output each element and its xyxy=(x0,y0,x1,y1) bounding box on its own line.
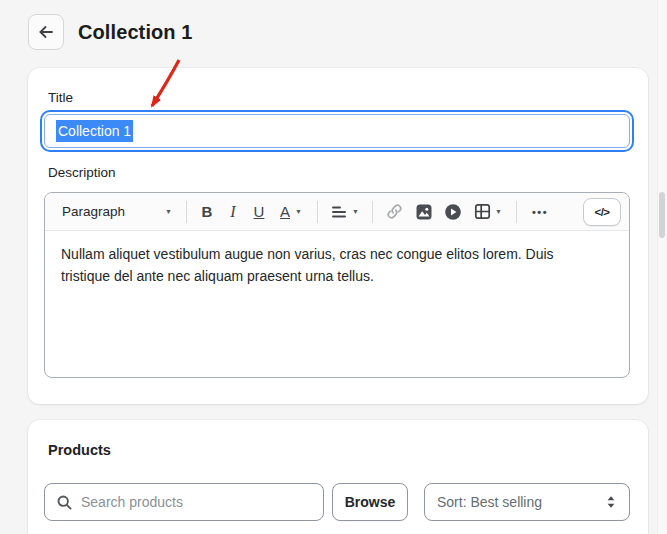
image-icon xyxy=(415,203,433,221)
underline-button[interactable]: U xyxy=(246,198,272,226)
text-color-dropdown[interactable]: A ▼ xyxy=(272,198,310,226)
title-input-selected-text: Collection 1 xyxy=(56,120,133,142)
description-text-area[interactable]: Nullam aliquet vestibulum augue non vari… xyxy=(45,231,605,300)
show-html-button[interactable]: </> xyxy=(583,198,621,226)
title-input-focus-ring: Collection 1 xyxy=(40,110,634,152)
chevron-down-icon: ▼ xyxy=(352,208,359,215)
chevron-down-icon: ▼ xyxy=(165,208,172,215)
bold-button[interactable]: B xyxy=(194,198,220,226)
scrollbar-track[interactable] xyxy=(657,0,667,534)
back-arrow-icon xyxy=(37,23,55,41)
description-editor: Paragraph ▼ B I U A ▼ xyxy=(44,192,630,378)
align-left-icon xyxy=(331,204,347,220)
toolbar-divider xyxy=(516,201,517,223)
browse-button[interactable]: Browse xyxy=(332,483,408,521)
insert-link-button[interactable] xyxy=(380,198,409,226)
page-title: Collection 1 xyxy=(78,21,193,44)
collection-details-card: Title Collection 1 Description Paragraph… xyxy=(28,68,648,404)
products-search-box xyxy=(44,483,324,521)
play-circle-icon xyxy=(444,203,462,221)
sort-select[interactable]: Sort: Best selling xyxy=(424,483,630,521)
link-icon xyxy=(386,203,403,220)
paragraph-style-dropdown[interactable]: Paragraph ▼ xyxy=(55,198,179,226)
products-heading: Products xyxy=(48,442,111,458)
sort-select-value: Sort: Best selling xyxy=(437,494,542,510)
paragraph-style-label: Paragraph xyxy=(62,204,125,219)
text-color-label: A xyxy=(280,203,290,220)
text-alignment-dropdown[interactable]: ▼ xyxy=(325,198,365,226)
italic-button[interactable]: I xyxy=(220,198,246,226)
insert-video-button[interactable] xyxy=(438,198,467,226)
description-label: Description xyxy=(48,165,116,180)
table-icon xyxy=(474,203,491,220)
chevron-down-icon: ▼ xyxy=(495,208,502,215)
title-input[interactable]: Collection 1 xyxy=(44,114,630,148)
insert-table-dropdown[interactable]: ▼ xyxy=(467,198,509,226)
scrollbar-thumb[interactable] xyxy=(659,192,665,238)
toolbar-divider xyxy=(372,201,373,223)
insert-image-button[interactable] xyxy=(409,198,438,226)
collection-edit-page: Collection 1 Title Collection 1 Descript… xyxy=(0,0,667,534)
more-options-button[interactable]: ••• xyxy=(524,198,556,226)
back-button[interactable] xyxy=(28,14,64,50)
select-updown-icon xyxy=(605,495,617,509)
products-search-input[interactable] xyxy=(81,494,323,510)
toolbar-divider xyxy=(317,201,318,223)
chevron-down-icon: ▼ xyxy=(295,208,302,215)
products-card: Products Browse Sort: Best selling xyxy=(28,420,648,534)
editor-toolbar: Paragraph ▼ B I U A ▼ xyxy=(45,193,629,231)
title-label: Title xyxy=(48,90,73,105)
search-icon xyxy=(56,494,73,511)
products-controls-row: Browse Sort: Best selling xyxy=(44,483,630,521)
toolbar-divider xyxy=(186,201,187,223)
